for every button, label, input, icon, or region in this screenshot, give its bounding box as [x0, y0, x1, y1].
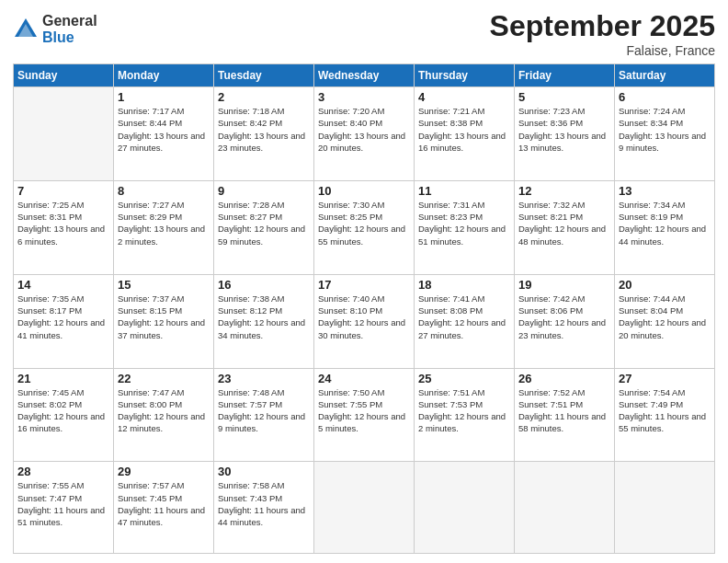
day-number: 14	[17, 278, 109, 292]
th-thursday: Thursday	[415, 64, 515, 87]
day-info: Sunrise: 7:35 AM Sunset: 8:17 PM Dayligh…	[17, 293, 109, 341]
calendar-table: Sunday Monday Tuesday Wednesday Thursday…	[13, 63, 715, 554]
day-info: Sunrise: 7:21 AM Sunset: 8:38 PM Dayligh…	[418, 105, 510, 154]
day-info: Sunrise: 7:40 AM Sunset: 8:10 PM Dayligh…	[318, 293, 410, 341]
table-row: 11Sunrise: 7:31 AM Sunset: 8:23 PM Dayli…	[415, 180, 515, 274]
table-row: 29Sunrise: 7:57 AM Sunset: 7:45 PM Dayli…	[114, 462, 214, 554]
day-number: 10	[318, 184, 410, 198]
logo-icon	[13, 17, 39, 42]
table-row: 1Sunrise: 7:17 AM Sunset: 8:44 PM Daylig…	[114, 87, 214, 181]
table-row: 20Sunrise: 7:44 AM Sunset: 8:04 PM Dayli…	[615, 274, 715, 368]
day-number: 11	[418, 184, 510, 198]
table-row: 15Sunrise: 7:37 AM Sunset: 8:15 PM Dayli…	[114, 274, 214, 368]
table-row: 3Sunrise: 7:20 AM Sunset: 8:40 PM Daylig…	[314, 87, 415, 181]
table-row: 17Sunrise: 7:40 AM Sunset: 8:10 PM Dayli…	[314, 274, 415, 368]
day-number: 4	[418, 90, 510, 104]
day-number: 8	[118, 184, 210, 198]
day-info: Sunrise: 7:48 AM Sunset: 7:57 PM Dayligh…	[218, 386, 310, 435]
table-row: 9Sunrise: 7:28 AM Sunset: 8:27 PM Daylig…	[214, 180, 314, 274]
day-number: 6	[619, 90, 711, 104]
table-row	[515, 462, 615, 554]
day-info: Sunrise: 7:27 AM Sunset: 8:29 PM Dayligh…	[118, 199, 210, 247]
day-number: 27	[619, 372, 711, 385]
day-number: 25	[418, 372, 510, 385]
th-monday: Monday	[114, 64, 214, 87]
day-info: Sunrise: 7:37 AM Sunset: 8:15 PM Dayligh…	[118, 293, 210, 341]
table-row: 24Sunrise: 7:50 AM Sunset: 7:55 PM Dayli…	[314, 368, 415, 462]
day-number: 3	[318, 90, 410, 104]
day-number: 29	[118, 465, 210, 478]
day-number: 5	[518, 90, 610, 104]
day-info: Sunrise: 7:34 AM Sunset: 8:19 PM Dayligh…	[619, 199, 711, 247]
table-row	[14, 87, 114, 181]
day-number: 21	[17, 372, 109, 385]
logo-text: General Blue	[42, 13, 97, 45]
day-info: Sunrise: 7:30 AM Sunset: 8:25 PM Dayligh…	[318, 199, 410, 247]
day-info: Sunrise: 7:57 AM Sunset: 7:45 PM Dayligh…	[118, 479, 210, 528]
table-row: 5Sunrise: 7:23 AM Sunset: 8:36 PM Daylig…	[515, 87, 615, 181]
logo-blue-text: Blue	[42, 29, 97, 46]
day-info: Sunrise: 7:42 AM Sunset: 8:06 PM Dayligh…	[518, 293, 610, 341]
day-info: Sunrise: 7:17 AM Sunset: 8:44 PM Dayligh…	[118, 105, 210, 154]
day-number: 9	[218, 184, 310, 198]
th-friday: Friday	[515, 64, 615, 87]
day-info: Sunrise: 7:54 AM Sunset: 7:49 PM Dayligh…	[619, 386, 711, 435]
table-row	[314, 462, 415, 554]
th-tuesday: Tuesday	[214, 64, 314, 87]
day-info: Sunrise: 7:20 AM Sunset: 8:40 PM Dayligh…	[318, 105, 410, 154]
table-row: 2Sunrise: 7:18 AM Sunset: 8:42 PM Daylig…	[214, 87, 314, 181]
day-number: 13	[619, 184, 711, 198]
th-wednesday: Wednesday	[314, 64, 415, 87]
day-number: 24	[318, 372, 410, 385]
day-info: Sunrise: 7:45 AM Sunset: 8:02 PM Dayligh…	[17, 386, 109, 435]
day-info: Sunrise: 7:24 AM Sunset: 8:34 PM Dayligh…	[619, 105, 711, 154]
day-info: Sunrise: 7:31 AM Sunset: 8:23 PM Dayligh…	[418, 199, 510, 247]
table-row: 28Sunrise: 7:55 AM Sunset: 7:47 PM Dayli…	[14, 462, 114, 554]
day-number: 1	[118, 90, 210, 104]
table-row: 8Sunrise: 7:27 AM Sunset: 8:29 PM Daylig…	[114, 180, 214, 274]
table-row: 22Sunrise: 7:47 AM Sunset: 8:00 PM Dayli…	[114, 368, 214, 462]
calendar-container: General Blue September 2025 Falaise, Fra…	[0, 0, 728, 563]
day-number: 26	[518, 372, 610, 385]
logo: General Blue	[13, 13, 97, 45]
table-row: 6Sunrise: 7:24 AM Sunset: 8:34 PM Daylig…	[615, 87, 715, 181]
day-number: 17	[318, 278, 410, 292]
day-number: 22	[118, 372, 210, 385]
day-info: Sunrise: 7:47 AM Sunset: 8:00 PM Dayligh…	[118, 386, 210, 435]
day-info: Sunrise: 7:32 AM Sunset: 8:21 PM Dayligh…	[518, 199, 610, 247]
day-info: Sunrise: 7:25 AM Sunset: 8:31 PM Dayligh…	[17, 199, 109, 247]
day-number: 16	[218, 278, 310, 292]
table-row: 23Sunrise: 7:48 AM Sunset: 7:57 PM Dayli…	[214, 368, 314, 462]
day-number: 30	[218, 465, 310, 478]
day-info: Sunrise: 7:44 AM Sunset: 8:04 PM Dayligh…	[619, 293, 711, 341]
table-row: 7Sunrise: 7:25 AM Sunset: 8:31 PM Daylig…	[14, 180, 114, 274]
logo-general-text: General	[42, 13, 97, 29]
day-number: 20	[619, 278, 711, 292]
table-row	[415, 462, 515, 554]
th-saturday: Saturday	[615, 64, 715, 87]
table-row: 4Sunrise: 7:21 AM Sunset: 8:38 PM Daylig…	[415, 87, 515, 181]
day-info: Sunrise: 7:18 AM Sunset: 8:42 PM Dayligh…	[218, 105, 310, 154]
table-row: 30Sunrise: 7:58 AM Sunset: 7:43 PM Dayli…	[214, 462, 314, 554]
table-row: 25Sunrise: 7:51 AM Sunset: 7:53 PM Dayli…	[415, 368, 515, 462]
table-row: 13Sunrise: 7:34 AM Sunset: 8:19 PM Dayli…	[615, 180, 715, 274]
table-row: 27Sunrise: 7:54 AM Sunset: 7:49 PM Dayli…	[615, 368, 715, 462]
table-row: 16Sunrise: 7:38 AM Sunset: 8:12 PM Dayli…	[214, 274, 314, 368]
day-number: 2	[218, 90, 310, 104]
day-info: Sunrise: 7:41 AM Sunset: 8:08 PM Dayligh…	[418, 293, 510, 341]
day-number: 18	[418, 278, 510, 292]
day-number: 23	[218, 372, 310, 385]
table-row: 21Sunrise: 7:45 AM Sunset: 8:02 PM Dayli…	[14, 368, 114, 462]
day-number: 28	[17, 465, 109, 478]
location: Falaise, France	[490, 43, 715, 58]
day-info: Sunrise: 7:58 AM Sunset: 7:43 PM Dayligh…	[218, 479, 310, 528]
title-block: September 2025 Falaise, France	[490, 9, 715, 58]
day-info: Sunrise: 7:38 AM Sunset: 8:12 PM Dayligh…	[218, 293, 310, 341]
table-row: 18Sunrise: 7:41 AM Sunset: 8:08 PM Dayli…	[415, 274, 515, 368]
header: General Blue September 2025 Falaise, Fra…	[13, 9, 715, 58]
month-title: September 2025	[490, 9, 715, 43]
th-sunday: Sunday	[14, 64, 114, 87]
day-number: 15	[118, 278, 210, 292]
day-number: 12	[518, 184, 610, 198]
table-row: 26Sunrise: 7:52 AM Sunset: 7:51 PM Dayli…	[515, 368, 615, 462]
